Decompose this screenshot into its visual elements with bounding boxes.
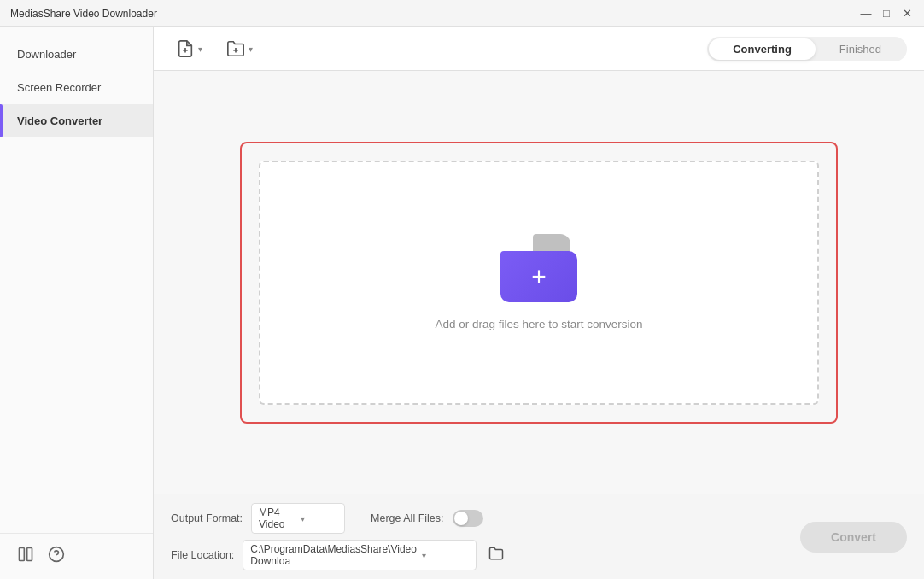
svg-rect-0	[20, 548, 25, 561]
drop-area-wrapper: + Add or drag files here to start conver…	[154, 71, 924, 494]
add-file-dropdown-icon: ▾	[198, 44, 202, 54]
file-location-value: C:\ProgramData\MediasShare\Video Downloa	[250, 543, 417, 567]
add-file-button[interactable]: ▾	[171, 36, 208, 61]
merge-toggle-wrapper	[453, 510, 483, 527]
sidebar: Downloader Screen Recorder Video Convert…	[0, 27, 154, 579]
maximize-button[interactable]: □	[880, 7, 893, 20]
file-location-label: File Location:	[171, 549, 234, 561]
tab-switcher: Converting Finished	[707, 37, 907, 61]
merge-all-files-label: Merge All Files:	[371, 512, 443, 524]
sidebar-item-downloader[interactable]: Downloader	[0, 38, 153, 71]
app-layout: Downloader Screen Recorder Video Convert…	[0, 27, 924, 579]
bottom-fields: Output Format: MP4 Video ▾ Merge All Fil…	[171, 503, 783, 570]
tab-converting[interactable]: Converting	[709, 38, 816, 60]
add-folder-button[interactable]: ▾	[221, 36, 258, 61]
folder-icon: +	[500, 234, 577, 302]
title-bar: MediasShare Video Downloader — □ ✕	[0, 0, 924, 27]
sidebar-item-screen-recorder[interactable]: Screen Recorder	[0, 71, 153, 104]
main-content: ▾ ▾ Converting Finished	[154, 27, 924, 579]
help-icon[interactable]	[48, 546, 65, 567]
folder-plus-icon: +	[531, 264, 547, 290]
window-controls: — □ ✕	[859, 7, 914, 20]
svg-rect-1	[27, 548, 32, 561]
file-location-select[interactable]: C:\ProgramData\MediasShare\Video Downloa…	[243, 540, 477, 570]
tab-finished[interactable]: Finished	[816, 38, 905, 60]
close-button[interactable]: ✕	[900, 7, 914, 20]
book-icon[interactable]	[17, 546, 34, 567]
minimize-button[interactable]: —	[859, 7, 873, 20]
sidebar-bottom	[0, 533, 153, 579]
toolbar: ▾ ▾ Converting Finished	[154, 27, 924, 71]
browse-folder-button[interactable]	[485, 544, 507, 566]
output-format-select[interactable]: MP4 Video ▾	[251, 503, 345, 534]
output-format-value: MP4 Video	[259, 506, 295, 530]
app-title: MediasShare Video Downloader	[10, 8, 157, 20]
output-format-chevron: ▾	[301, 514, 337, 523]
output-format-label: Output Format:	[171, 512, 243, 524]
toggle-knob	[454, 512, 468, 525]
bottom-bar: Output Format: MP4 Video ▾ Merge All Fil…	[154, 494, 924, 579]
file-location-field: File Location: C:\ProgramData\MediasShar…	[171, 540, 783, 570]
drop-text: Add or drag files here to start conversi…	[435, 318, 642, 330]
sidebar-item-video-converter[interactable]: Video Converter	[0, 104, 153, 137]
convert-button[interactable]: Convert	[800, 522, 907, 553]
merge-toggle[interactable]	[453, 510, 483, 527]
folder-front: +	[500, 251, 577, 302]
file-location-chevron: ▾	[422, 551, 469, 560]
add-folder-dropdown-icon: ▾	[249, 44, 253, 54]
drop-area-inner[interactable]: + Add or drag files here to start conver…	[259, 161, 819, 405]
sidebar-nav: Downloader Screen Recorder Video Convert…	[0, 27, 153, 533]
drop-area-outer[interactable]: + Add or drag files here to start conver…	[240, 142, 838, 424]
output-format-field: Output Format: MP4 Video ▾ Merge All Fil…	[171, 503, 783, 534]
